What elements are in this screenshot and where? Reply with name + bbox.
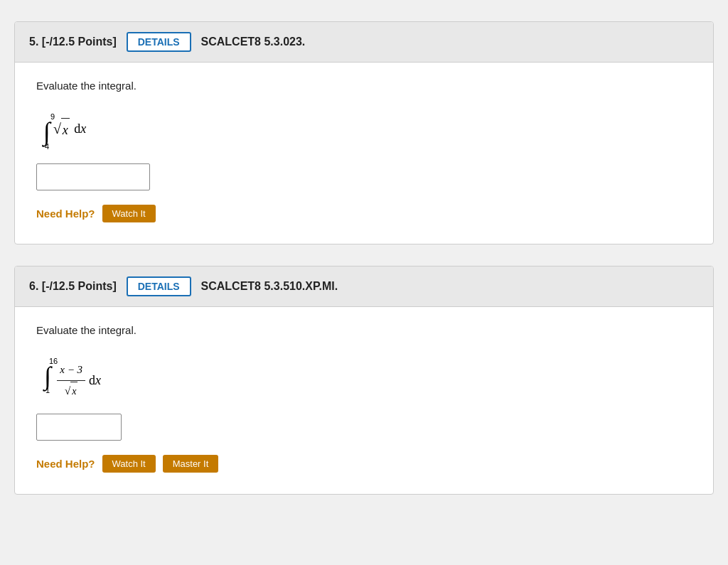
watch-it-button-5[interactable]: Watch It	[102, 205, 156, 222]
problem-header-5: 5. [-/12.5 Points] DETAILS SCALCET8 5.3.…	[15, 22, 713, 63]
fraction-6: x − 3 √ x	[57, 360, 85, 401]
problem-body-5: Evaluate the integral. 9 ∫ 4 √ x dx	[15, 63, 713, 244]
sqrt-wrap-5: √ x	[53, 116, 70, 141]
help-row-5: Need Help? Watch It	[36, 205, 692, 222]
instruction-5: Evaluate the integral.	[36, 80, 692, 92]
integral-display-5: 9 ∫ 4 √ x dx	[43, 102, 692, 151]
answer-input-6[interactable]	[36, 414, 122, 441]
problem-card-5: 5. [-/12.5 Points] DETAILS SCALCET8 5.3.…	[14, 21, 714, 244]
problem-ref-6: SCALCET8 5.3.510.XP.MI.	[201, 280, 338, 293]
need-help-label-6: Need Help?	[36, 458, 95, 470]
problem-body-6: Evaluate the integral. 16 ∫ 1 x − 3 √ x	[15, 307, 713, 494]
help-row-6: Need Help? Watch It Master It	[36, 455, 692, 473]
problem-ref-5: SCALCET8 5.3.023.	[201, 36, 306, 48]
answer-input-5[interactable]	[36, 163, 150, 190]
instruction-6: Evaluate the integral.	[36, 324, 692, 336]
problem-card-6: 6. [-/12.5 Points] DETAILS SCALCET8 5.3.…	[14, 266, 714, 495]
details-button-6[interactable]: DETAILS	[127, 276, 191, 296]
problem-header-6: 6. [-/12.5 Points] DETAILS SCALCET8 5.3.…	[15, 267, 713, 307]
integral-display-6: 16 ∫ 1 x − 3 √ x dx	[43, 346, 692, 401]
master-it-button-6[interactable]: Master It	[163, 455, 219, 473]
watch-it-button-6[interactable]: Watch It	[102, 455, 156, 473]
problem-number-6: 6. [-/12.5 Points]	[29, 280, 117, 293]
integral-symbol-5: 9 ∫ 4	[43, 113, 50, 151]
problem-number-5: 5. [-/12.5 Points]	[29, 36, 117, 48]
need-help-label-5: Need Help?	[36, 208, 95, 220]
integral-symbol-6: 16 ∫ 1	[43, 357, 52, 395]
details-button-5[interactable]: DETAILS	[127, 32, 191, 52]
